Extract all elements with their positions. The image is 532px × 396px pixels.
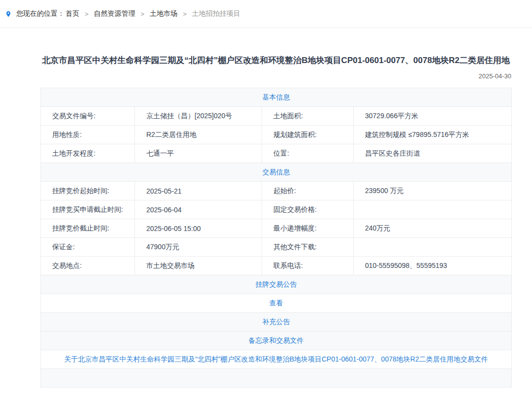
field-label: 挂牌竞价截止时间: bbox=[41, 219, 135, 238]
table-row: 土地开发程度:七通一平位置:昌平区史各庄街道 bbox=[41, 144, 512, 163]
field-value: 240万元 bbox=[354, 219, 512, 238]
field-label: 其他文件下载: bbox=[262, 238, 354, 257]
field-label: 用地性质: bbox=[41, 126, 135, 144]
breadcrumb-item-land-market[interactable]: 土地市场 bbox=[150, 9, 177, 18]
section-row: 补充公告 bbox=[41, 313, 512, 331]
field-label: 土地开发程度: bbox=[41, 144, 135, 163]
section-header-memo-and-documents: 备忘录和交易文件 bbox=[41, 331, 512, 350]
breadcrumb-separator: > bbox=[85, 10, 89, 18]
field-value: 2025-06-04 bbox=[135, 200, 262, 219]
section-header-cut-off bbox=[41, 369, 512, 388]
publish-date: 2025-04-30 bbox=[40, 72, 511, 81]
field-value: 2025-06-05 15:00 bbox=[135, 219, 262, 238]
section-header-listing-announcement: 挂牌交易公告 bbox=[41, 275, 512, 294]
field-value: 30729.066平方米 bbox=[354, 107, 512, 126]
field-label: 起始价: bbox=[262, 182, 354, 200]
section-row: 交易信息 bbox=[41, 163, 512, 182]
link-row-cell: 关于北京市昌平区中关村生命科学园三期及“北四村”棚户区改造和环境整治B地块项目C… bbox=[41, 350, 512, 369]
field-value: 京土储挂（昌）[2025]020号 bbox=[135, 107, 262, 126]
table-row: 挂牌竞价截止时间:2025-06-05 15:00最小递增幅度:240万元 bbox=[41, 219, 512, 238]
field-label: 交易地点: bbox=[41, 257, 135, 275]
field-value: 010-55595098、55595193 bbox=[354, 257, 512, 275]
table-row: 挂牌竞价起始时间:2025-05-21起始价:239500 万元 bbox=[41, 182, 512, 200]
table-row: 交易文件编号:京土储挂（昌）[2025]020号土地面积:30729.066平方… bbox=[41, 107, 512, 126]
field-value: 47900万元 bbox=[135, 238, 262, 257]
section-row bbox=[41, 369, 512, 388]
section-header-basic-info: 基本信息 bbox=[41, 88, 512, 107]
field-label: 规划建筑面积: bbox=[262, 126, 354, 144]
field-label: 保证金: bbox=[41, 238, 135, 257]
link-row: 关于北京市昌平区中关村生命科学园三期及“北四村”棚户区改造和环境整治B地块项目C… bbox=[41, 350, 512, 369]
location-pin-icon bbox=[5, 9, 12, 19]
breadcrumb: 您现在的位置： 首页 > 自然资源管理 > 土地市场 > 土地招拍挂项目 bbox=[0, 0, 532, 28]
field-value bbox=[354, 238, 512, 257]
table-row: 保证金:47900万元其他文件下载: bbox=[41, 238, 512, 257]
field-label: 交易文件编号: bbox=[41, 107, 135, 126]
page-title: 北京市昌平区中关村生命科学园三期及“北四村”棚户区改造和环境整治B地块项目CP0… bbox=[40, 54, 511, 67]
field-label: 土地面积: bbox=[262, 107, 354, 126]
field-value: 七通一平 bbox=[135, 144, 262, 163]
field-value: 2025-05-21 bbox=[135, 182, 262, 200]
land-info-table: 基本信息交易文件编号:京土储挂（昌）[2025]020号土地面积:30729.0… bbox=[40, 88, 512, 388]
breadcrumb-separator: > bbox=[141, 10, 145, 18]
field-label: 挂牌竞买申请截止时间: bbox=[41, 200, 135, 219]
section-header-transaction-info: 交易信息 bbox=[41, 163, 512, 182]
section-row: 挂牌交易公告 bbox=[41, 275, 512, 294]
field-label: 固定交易价格: bbox=[262, 200, 354, 219]
section-row: 基本信息 bbox=[41, 88, 512, 107]
section-row: 备忘录和交易文件 bbox=[41, 331, 512, 350]
field-label: 挂牌竞价起始时间: bbox=[41, 182, 135, 200]
field-label: 最小递增幅度: bbox=[262, 219, 354, 238]
breadcrumb-item-land-bidding-projects: 土地招拍挂项目 bbox=[192, 9, 240, 18]
field-value: 建筑控制规模 ≤79895.5716平方米 bbox=[354, 126, 512, 144]
main-content: 北京市昌平区中关村生命科学园三期及“北四村”棚户区改造和环境整治B地块项目CP0… bbox=[40, 54, 511, 388]
breadcrumb-item-home[interactable]: 首页 bbox=[66, 9, 79, 18]
field-label: 位置: bbox=[262, 144, 354, 163]
breadcrumb-item-natural-resources[interactable]: 自然资源管理 bbox=[94, 9, 135, 18]
field-label: 联系电话: bbox=[262, 257, 354, 275]
transaction-document-link[interactable]: 关于北京市昌平区中关村生命科学园三期及“北四村”棚户区改造和环境整治B地块项目C… bbox=[64, 355, 488, 363]
breadcrumb-separator: > bbox=[183, 10, 187, 18]
table-row: 挂牌竞买申请截止时间:2025-06-04固定交易价格: bbox=[41, 200, 512, 219]
table-row: 交易地点:市土地交易市场联系电话:010-55595098、55595193 bbox=[41, 257, 512, 275]
field-value: 市土地交易市场 bbox=[135, 257, 262, 275]
field-value: 239500 万元 bbox=[354, 182, 512, 200]
breadcrumb-prefix: 您现在的位置： bbox=[16, 9, 65, 18]
field-value: R2二类居住用地 bbox=[135, 126, 262, 144]
link-row: 查看 bbox=[41, 294, 512, 313]
field-value bbox=[354, 200, 512, 219]
section-header-supplementary-announcement: 补充公告 bbox=[41, 313, 512, 331]
table-row: 用地性质:R2二类居住用地规划建筑面积:建筑控制规模 ≤79895.5716平方… bbox=[41, 126, 512, 144]
field-value: 昌平区史各庄街道 bbox=[354, 144, 512, 163]
link-row-cell: 查看 bbox=[41, 294, 512, 313]
view-link[interactable]: 查看 bbox=[269, 299, 283, 307]
